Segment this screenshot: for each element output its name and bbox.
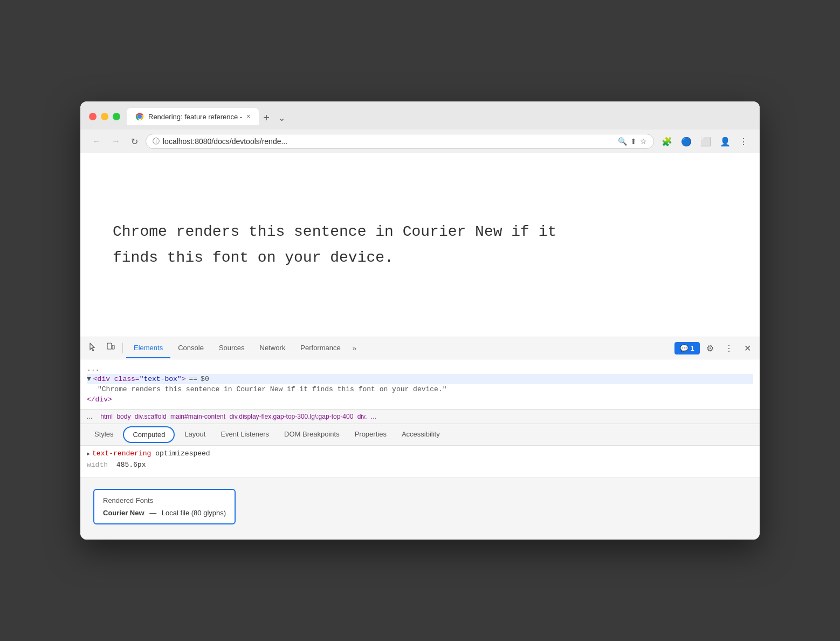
dom-ellipsis-icon[interactable]: ... (87, 365, 99, 373)
breadcrumb-more[interactable]: ... (371, 413, 376, 420)
dom-text-line: "Chrome renders this sentence in Courier… (98, 384, 753, 394)
account-icon[interactable]: 👤 (717, 134, 734, 149)
tab-performance[interactable]: Performance (293, 338, 348, 358)
split-icon[interactable]: ⬜ (697, 134, 714, 149)
breadcrumb-body[interactable]: body (116, 413, 130, 420)
breadcrumb-sep0 (98, 413, 99, 420)
prop-name-width: width (87, 461, 108, 469)
dom-panel: ... ▼ <div class="text-box"> == $0 "Chro… (80, 359, 760, 410)
device-toggle-button[interactable] (102, 337, 119, 359)
address-input-wrapper[interactable]: ⓘ 🔍 ⬆ ☆ (146, 134, 654, 149)
css-prop-width: width 485.6px (87, 459, 753, 470)
notifications-badge-button[interactable]: 💬 1 (674, 342, 700, 354)
rendered-fonts-title: Rendered Fonts (103, 496, 226, 504)
close-button[interactable] (89, 113, 97, 120)
active-tab[interactable]: Rendering: feature reference - × (127, 108, 259, 125)
badge-icon: 💬 (680, 344, 688, 352)
devtools-toolbar: Elements Console Sources Network Perform… (80, 337, 760, 359)
breadcrumb-sep4 (226, 413, 228, 420)
breadcrumb-div-flex[interactable]: div.display-flex.gap-top-300.lg\:gap-top… (229, 413, 353, 420)
page-main-text: Chrome renders this sentence in Courier … (113, 219, 556, 270)
tab-sources[interactable]: Sources (211, 338, 252, 358)
breadcrumb-div[interactable]: div. (357, 413, 367, 420)
rendered-fonts-container: Rendered Fonts Courier New — Local file … (80, 478, 760, 540)
back-button[interactable]: ← (89, 134, 104, 148)
extensions-icon[interactable]: 🧩 (658, 134, 676, 149)
dom-closing-tag: </div> (87, 395, 112, 404)
title-bar: Rendering: feature reference - × + ⌄ (80, 101, 760, 129)
maximize-button[interactable] (113, 113, 120, 120)
tab-accessibility[interactable]: Accessibility (394, 426, 447, 444)
css-properties-panel: ▶ text-rendering optimizespeed width 485… (80, 446, 760, 478)
dom-open-tag: <div class="text-box"> (93, 375, 186, 383)
tab-layout[interactable]: Layout (177, 426, 213, 444)
share-icon: ⬆ (630, 137, 637, 146)
breadcrumb-sep1 (114, 413, 115, 420)
devtools-panel: Elements Console Sources Network Perform… (80, 337, 760, 540)
prop-colon2 (110, 461, 114, 469)
breadcrumb-ellipsis[interactable]: ... (87, 413, 92, 420)
devtools-settings-button[interactable]: ⚙ (702, 340, 718, 357)
svg-rect-3 (112, 345, 114, 349)
rendered-fonts-entry: Courier New — Local file (80 glyphs) (103, 509, 226, 517)
prop-toggle-arrow[interactable]: ▶ (87, 451, 90, 457)
font-name: Courier New (103, 509, 144, 517)
new-tab-button[interactable]: + (259, 110, 274, 125)
tab-more-button[interactable]: ⌄ (274, 111, 290, 125)
tabs-row: Rendering: feature reference - × + ⌄ (127, 108, 290, 125)
tab-properties[interactable]: Properties (347, 426, 394, 444)
dom-var: $0 (201, 375, 209, 383)
breadcrumb-main[interactable]: main#main-content (170, 413, 225, 420)
tab-elements[interactable]: Elements (126, 338, 170, 358)
page-text-line1: Chrome renders this sentence in Courier … (113, 219, 556, 245)
tab-network[interactable]: Network (252, 338, 293, 358)
dom-ellipsis-line: ... (87, 364, 753, 374)
dom-element-line[interactable]: ▼ <div class="text-box"> == $0 (87, 374, 753, 384)
devtools-close-button[interactable]: ✕ (740, 340, 755, 357)
dom-close-line: </div> (87, 394, 753, 405)
page-text-line2: finds this font on your device. (113, 245, 556, 271)
breadcrumb-sep2 (132, 413, 133, 420)
devtools-actions: 💬 1 ⚙ ⋮ ✕ (674, 340, 755, 357)
dom-breadcrumb: ... html body div.scaffold main#main-con… (80, 410, 760, 424)
chrome-icon (135, 112, 144, 121)
address-input[interactable] (163, 137, 615, 146)
dom-text-content: "Chrome renders this sentence in Courier… (98, 385, 447, 393)
breadcrumb-sep5 (354, 413, 356, 420)
tab-console[interactable]: Console (170, 338, 211, 358)
breadcrumb-scaffold[interactable]: div.scaffold (135, 413, 167, 420)
tab-dom-breakpoints[interactable]: DOM Breakpoints (277, 426, 347, 444)
dom-triangle-icon[interactable]: ▼ (87, 375, 91, 383)
breadcrumb-html[interactable]: html (100, 413, 113, 420)
profile-lens-icon[interactable]: 🔵 (678, 134, 695, 149)
prop-name-text-rendering: text-rendering (92, 449, 151, 458)
tab-styles[interactable]: Styles (87, 426, 121, 444)
font-dash: — (149, 509, 156, 517)
address-bar: ← → ↻ ⓘ 🔍 ⬆ ☆ 🧩 🔵 ⬜ 👤 ⋮ (80, 129, 760, 153)
badge-count: 1 (691, 344, 694, 352)
inspect-element-button[interactable] (85, 337, 102, 359)
svg-rect-2 (107, 343, 112, 349)
browser-window: Rendering: feature reference - × + ⌄ ← →… (80, 101, 760, 540)
prop-value-width: 485.6px (116, 461, 146, 469)
window-controls (89, 113, 120, 120)
styles-tabs: Styles Computed Layout Event Listeners D… (80, 424, 760, 446)
toolbar-icons: 🧩 🔵 ⬜ 👤 ⋮ (658, 134, 751, 149)
zoom-icon: 🔍 (618, 137, 627, 146)
tab-title: Rendering: feature reference - (148, 113, 242, 121)
reload-button[interactable]: ↻ (128, 134, 141, 149)
devtools-more-button[interactable]: ⋮ (720, 340, 738, 357)
title-bar-top: Rendering: feature reference - × + ⌄ (89, 108, 751, 125)
bookmark-icon: ☆ (640, 137, 647, 146)
css-prop-text-rendering: ▶ text-rendering optimizespeed (87, 448, 753, 459)
tab-event-listeners[interactable]: Event Listeners (213, 426, 277, 444)
more-menu-button[interactable]: ⋮ (736, 134, 751, 149)
svg-marker-1 (90, 343, 94, 351)
tab-close-icon[interactable]: × (246, 113, 250, 120)
tab-computed[interactable]: Computed (123, 426, 175, 443)
devtools-more-tabs[interactable]: » (348, 339, 361, 358)
dom-eq: == (189, 375, 197, 383)
minimize-button[interactable] (101, 113, 108, 120)
forward-button[interactable]: → (108, 134, 123, 148)
rendered-fonts-panel: Rendered Fonts Courier New — Local file … (93, 489, 236, 524)
